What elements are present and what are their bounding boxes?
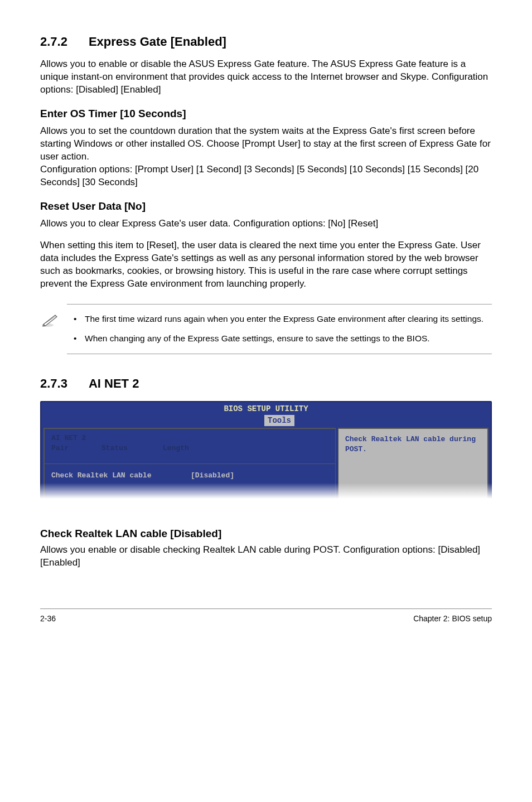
section-intro: Allows you to enable or disable the ASUS… bbox=[40, 58, 492, 96]
section-heading: 2.7.3AI NET 2 bbox=[40, 375, 492, 392]
section-heading: 2.7.2Express Gate [Enabled] bbox=[40, 33, 492, 50]
bios-left-pane: AI NET 2 PairStatusLength Check Realtek … bbox=[43, 428, 336, 501]
subsection-text: Allows you to set the countdown duration… bbox=[40, 125, 492, 189]
subsection-text: Allows you to clear Express Gate's user … bbox=[40, 218, 492, 230]
note-item: The first time wizard runs again when yo… bbox=[67, 313, 492, 325]
bios-help-pane: Check Realtek LAN cable during POST. bbox=[338, 428, 489, 501]
bios-row-label: Check Realtek LAN cable bbox=[51, 471, 191, 481]
pencil-icon bbox=[40, 312, 60, 331]
section-title: Express Gate [Enabled] bbox=[89, 35, 226, 49]
bios-col1: Pair bbox=[51, 443, 101, 453]
section-number: 2.7.2 bbox=[40, 33, 67, 50]
subsection-heading: Enter OS Timer [10 Seconds] bbox=[40, 107, 492, 121]
bios-col3: Length bbox=[163, 443, 189, 453]
setting-heading: Check Realtek LAN cable [Disabled] bbox=[40, 526, 492, 541]
bios-row-value: [Disabled] bbox=[191, 471, 234, 480]
page-footer: 2-36 Chapter 2: BIOS setup bbox=[40, 608, 492, 624]
bios-help-text: Check Realtek LAN cable during POST. bbox=[345, 435, 476, 453]
subsection-heading: Reset User Data [No] bbox=[40, 199, 492, 214]
chapter-label: Chapter 2: BIOS setup bbox=[413, 613, 492, 624]
note-block: The first time wizard runs again when yo… bbox=[67, 304, 492, 354]
bios-col2: Status bbox=[101, 443, 163, 453]
note-item: When changing any of the Express Gate se… bbox=[67, 333, 492, 345]
bios-title: BIOS SETUP UTILITY bbox=[224, 404, 308, 413]
bios-col-group: AI NET 2 bbox=[51, 433, 101, 443]
section-number: 2.7.3 bbox=[40, 375, 67, 392]
note-list: The first time wizard runs again when yo… bbox=[67, 313, 492, 345]
bios-tab: Tools bbox=[264, 415, 294, 427]
subsection-text: When setting this item to [Reset], the u… bbox=[40, 239, 492, 291]
bios-screenshot: BIOS SETUP UTILITY Tools AI NET 2 PairSt… bbox=[40, 401, 492, 504]
page-number: 2-36 bbox=[40, 613, 56, 624]
setting-text: Allows you enable or disable checking Re… bbox=[40, 544, 492, 569]
section-title: AI NET 2 bbox=[89, 376, 139, 390]
